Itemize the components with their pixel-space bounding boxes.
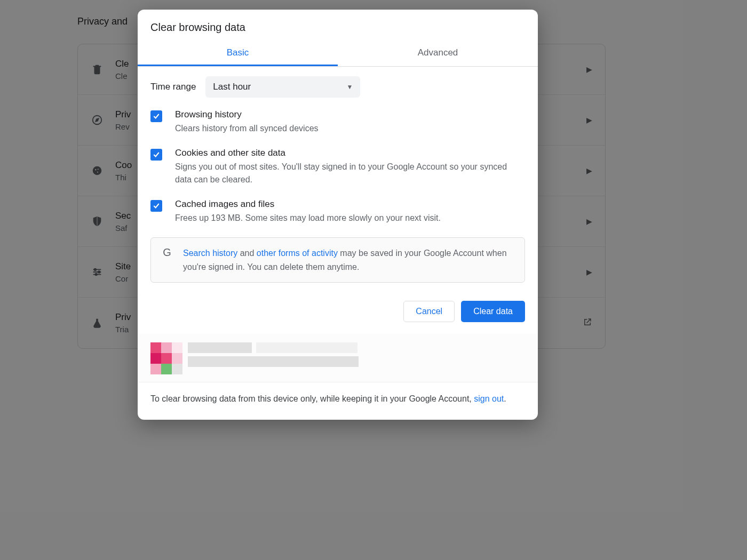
other-activity-link[interactable]: other forms of activity [257, 249, 338, 258]
item-title: Browsing history [175, 109, 525, 120]
google-account-info: G Search history and other forms of acti… [150, 237, 525, 283]
checkbox-cookies[interactable] [150, 149, 162, 161]
google-g-icon: G [161, 246, 173, 259]
info-text: Search history and other forms of activi… [183, 246, 515, 274]
avatar-redacted [150, 342, 182, 374]
checkbox-cache[interactable] [150, 200, 162, 212]
time-range-value: Last hour [213, 82, 251, 92]
dialog-title: Clear browsing data [138, 10, 538, 40]
cancel-button[interactable]: Cancel [403, 301, 455, 322]
sign-out-link[interactable]: sign out [474, 394, 504, 403]
item-subtitle: Frees up 193 MB. Some sites may load mor… [175, 212, 525, 225]
item-subtitle: Clears history from all synced devices [175, 122, 525, 135]
footer-note: To clear browsing data from this device … [138, 382, 538, 420]
tab-basic[interactable]: Basic [138, 40, 338, 66]
tabs: Basic Advanced [138, 40, 538, 67]
item-title: Cookies and other site data [175, 148, 525, 158]
item-subtitle: Signs you out of most sites. You'll stay… [175, 161, 525, 186]
time-range-label: Time range [150, 82, 196, 92]
dropdown-caret-icon: ▼ [346, 83, 353, 91]
checkbox-browsing-history[interactable] [150, 110, 162, 122]
item-title: Cached images and files [175, 199, 525, 210]
tab-advanced[interactable]: Advanced [338, 40, 538, 66]
search-history-link[interactable]: Search history [183, 249, 237, 258]
time-range-select[interactable]: Last hour ▼ [205, 76, 360, 98]
clear-data-button[interactable]: Clear data [461, 301, 525, 322]
clear-browsing-data-dialog: Clear browsing data Basic Advanced Time … [138, 10, 538, 420]
account-row-redacted [138, 334, 538, 382]
